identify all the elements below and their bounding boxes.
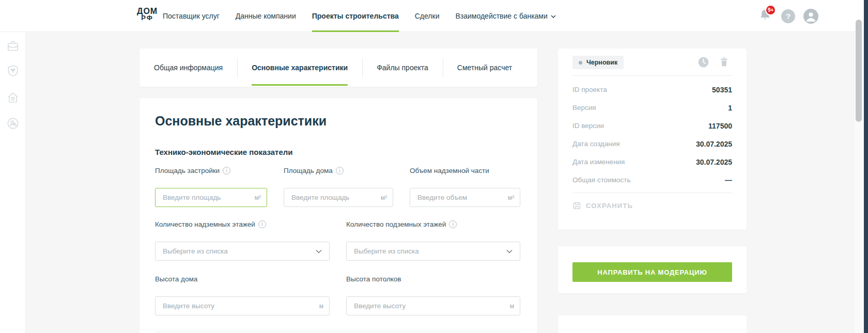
rail-item-person[interactable] <box>5 116 21 131</box>
history-button[interactable] <box>696 55 710 69</box>
shield-plant-icon <box>6 64 20 77</box>
house-height-field: м <box>155 296 330 315</box>
submit-moderation-button[interactable]: НАПРАВИТЬ НА МОДЕРАЦИЮ <box>572 262 732 282</box>
info-icon[interactable]: i <box>449 220 457 228</box>
nav-label: Сделки <box>415 12 440 20</box>
nav-label: Взаимодействие с банками <box>455 12 547 20</box>
info-icon[interactable]: i <box>223 167 230 175</box>
info-icon[interactable]: i <box>336 167 344 175</box>
build-area-field: м² <box>155 188 267 207</box>
info-value: 30.07.2025 <box>696 158 732 166</box>
save-icon <box>572 201 581 210</box>
info-row-created-date: Дата создания 30.07.2025 <box>572 135 732 153</box>
info-value: 50351 <box>712 86 732 94</box>
info-value: 1 <box>728 104 732 112</box>
field-label-ceiling-height: Высота потолков <box>346 275 401 283</box>
above-volume-field: м³ <box>410 188 520 207</box>
select-placeholder: Выберите из списка <box>163 247 228 255</box>
rail-item-portfolio[interactable] <box>5 38 21 54</box>
tab-label: Общая информация <box>154 64 223 72</box>
tab-project-files[interactable]: Файлы проекта <box>362 49 443 87</box>
rail-item-shield[interactable] <box>5 63 21 78</box>
app-window: ДОМ РФ Поставщик услуг Данные компании П… <box>0 0 868 333</box>
tab-label: Файлы проекта <box>377 64 428 72</box>
person-search-icon <box>6 117 20 130</box>
label-text: Площадь дома <box>284 167 333 175</box>
tab-general-info[interactable]: Общая информация <box>140 49 237 87</box>
field-label-house-height: Высота дома <box>155 275 197 283</box>
nav-label: Поставщик услуг <box>163 12 220 20</box>
rail-item-house[interactable] <box>5 90 21 105</box>
chevron-down-icon <box>551 15 556 19</box>
field-label-above-volume: Объем надземной части <box>410 167 489 175</box>
form-card: Основные характеристики Технико-экономич… <box>140 98 537 333</box>
profile-avatar-button[interactable] <box>803 9 818 24</box>
nav-item-deals[interactable]: Сделки <box>415 0 440 32</box>
trash-icon <box>718 56 730 68</box>
info-row-project-id: ID проекта 50351 <box>572 81 732 99</box>
clock-icon <box>697 56 710 69</box>
window-edge <box>864 0 868 333</box>
info-label: Общая стоимость <box>572 176 631 184</box>
above-volume-input[interactable] <box>410 188 520 207</box>
help-button[interactable]: ? <box>781 9 795 23</box>
section-title: Технико-экономические показатели <box>155 148 292 156</box>
save-button[interactable]: СОХРАНИТЬ <box>572 198 633 213</box>
nav-label: Проекты строительства <box>312 12 399 20</box>
select-placeholder: Выберите из списка <box>354 247 419 255</box>
info-icon[interactable]: i <box>258 220 266 228</box>
ceiling-height-input[interactable] <box>346 296 520 315</box>
info-label: Версия <box>572 104 596 112</box>
nav-item-bank-interaction[interactable]: Взаимодействие с банками <box>455 0 555 32</box>
delete-button[interactable] <box>717 55 731 69</box>
house-heart-icon <box>6 91 20 104</box>
build-area-input[interactable] <box>155 188 267 207</box>
floors-below-select[interactable]: Выберите из списка <box>346 242 520 261</box>
panel-divider <box>572 193 732 193</box>
panel-divider <box>572 75 732 76</box>
left-rail <box>0 32 26 333</box>
section-divider <box>155 331 520 332</box>
moderation-card: НАПРАВИТЬ НА МОДЕРАЦИЮ <box>558 246 747 293</box>
field-label-floors-above: Количество надземных этажей i <box>155 220 266 228</box>
project-info-panel: Черновик ID проекта 50351 Версия 1 ID ве… <box>558 49 747 230</box>
tab-label: Сметный расчет <box>457 64 512 72</box>
info-value: 117500 <box>708 122 732 130</box>
notification-badge: 9+ <box>765 5 776 15</box>
tabs-bar: Общая информация Основные характеристики… <box>140 49 537 87</box>
house-area-input[interactable] <box>284 188 393 207</box>
notifications-button[interactable]: 9+ <box>758 8 773 24</box>
chevron-down-icon <box>316 249 322 253</box>
info-row-modified-date: Дата изменения 30.07.2025 <box>572 153 732 171</box>
briefcase-icon <box>6 39 20 53</box>
tab-main-characteristics[interactable]: Основные характеристики <box>237 49 362 87</box>
brand-logo[interactable]: ДОМ РФ <box>137 7 158 22</box>
info-label: Дата создания <box>572 140 620 148</box>
nav-item-construction-projects[interactable]: Проекты строительства <box>312 0 399 32</box>
tab-estimate[interactable]: Сметный расчет <box>443 49 526 87</box>
scrollbar-thumb[interactable] <box>856 20 862 122</box>
house-height-input[interactable] <box>155 296 330 315</box>
floors-above-select[interactable]: Выберите из списка <box>155 242 330 261</box>
info-value: 30.07.2025 <box>696 140 732 148</box>
field-label-floors-below: Количество подземных этажей i <box>346 220 457 228</box>
info-label: Дата изменения <box>572 158 625 166</box>
header-actions: 9+ ? <box>758 0 818 32</box>
nav-item-service-provider[interactable]: Поставщик услуг <box>163 0 220 32</box>
info-row-total-cost: Общая стоимость — <box>572 171 732 189</box>
house-area-field: м² <box>284 188 393 207</box>
info-row-version-id: ID версии 117500 <box>572 117 732 135</box>
status-label: Черновик <box>586 59 617 66</box>
brand-logo-line2: РФ <box>137 15 158 21</box>
nav-item-company-data[interactable]: Данные компании <box>236 0 296 32</box>
status-dot-icon <box>579 61 582 65</box>
info-row-version: Версия 1 <box>572 99 732 117</box>
main-nav: Поставщик услуг Данные компании Проекты … <box>163 0 556 32</box>
label-text: Количество подземных этажей <box>346 220 446 228</box>
info-label: ID версии <box>572 122 604 130</box>
nav-label: Данные компании <box>236 12 296 20</box>
label-text: Количество надземных этажей <box>155 220 255 228</box>
top-header: ДОМ РФ Поставщик услуг Данные компании П… <box>0 0 864 32</box>
field-label-build-area: Площадь застройки i <box>155 167 230 175</box>
ceiling-height-field: м <box>346 296 520 315</box>
